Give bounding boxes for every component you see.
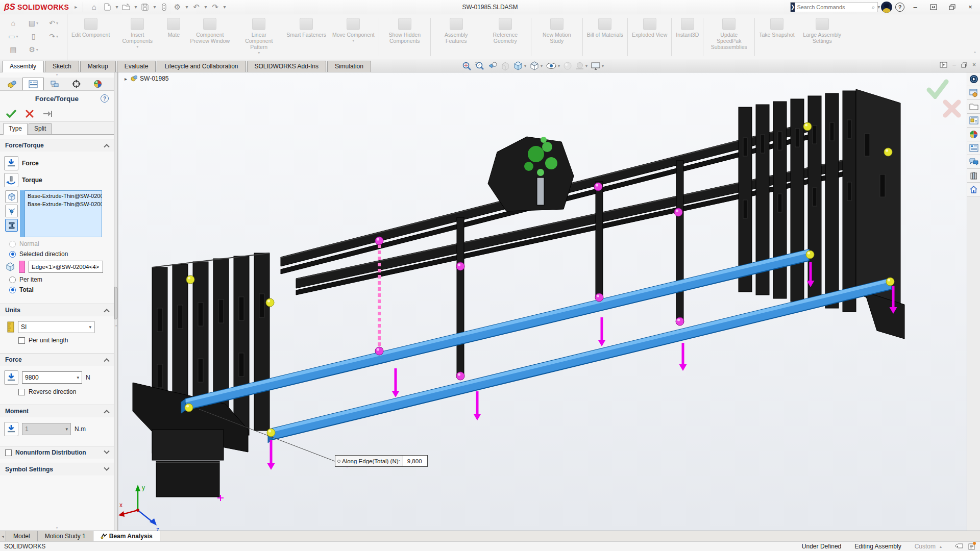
- unit-system-combo[interactable]: SI▾: [18, 321, 94, 333]
- panel-splitter[interactable]: ∘: [114, 72, 118, 531]
- section-force-torque-header[interactable]: Force/Torque: [0, 139, 114, 152]
- settings-dropdown[interactable]: ▾: [185, 4, 188, 10]
- doc-close-icon[interactable]: ×: [972, 61, 976, 68]
- tab-model[interactable]: Model: [6, 531, 38, 541]
- tab-solidworks-addins[interactable]: SOLIDWORKS Add-Ins: [247, 61, 326, 72]
- undo-icon[interactable]: ↶▾: [49, 19, 58, 27]
- paste-icon[interactable]: ▯: [32, 32, 36, 40]
- select-face-button[interactable]: [5, 190, 18, 203]
- select-vertex-button[interactable]: [5, 205, 18, 217]
- open-document-icon[interactable]: [121, 2, 131, 13]
- new-document-icon[interactable]: ▭▾: [8, 32, 18, 40]
- hide-show-items-icon[interactable]: ▾: [546, 62, 560, 70]
- view-settings-icon[interactable]: ▾: [591, 62, 604, 70]
- configurationmanager-tab[interactable]: [44, 78, 65, 90]
- undo-dropdown[interactable]: ▾: [205, 4, 207, 10]
- home-icon[interactable]: [967, 183, 980, 196]
- new-document-icon[interactable]: [102, 2, 112, 13]
- per-unit-length-option[interactable]: Per unit length: [18, 337, 110, 344]
- help-icon[interactable]: ?: [101, 94, 109, 103]
- nonuniform-checkbox[interactable]: [5, 449, 12, 456]
- tab-markup[interactable]: Markup: [80, 61, 116, 72]
- selection-list-item[interactable]: Base-Extrude-Thin@SW-02003: [25, 200, 102, 208]
- tab-motion-study-1[interactable]: Motion Study 1: [38, 531, 93, 541]
- selection-list-item[interactable]: Base-Extrude-Thin@SW-02003: [25, 192, 102, 200]
- view-palette-icon[interactable]: [967, 114, 980, 128]
- zoom-fit-icon[interactable]: [462, 61, 472, 71]
- doc-restore-icon[interactable]: [961, 62, 967, 68]
- section-symbol-settings-header[interactable]: Symbol Settings: [0, 463, 114, 475]
- tab-evaluate[interactable]: Evaluate: [117, 61, 156, 72]
- design-library-icon[interactable]: [967, 100, 980, 114]
- panel-bottom-grip[interactable]: ∘: [0, 525, 114, 531]
- home-icon[interactable]: ⌂: [11, 19, 15, 27]
- selected-direction-radio[interactable]: [9, 251, 16, 258]
- minimize-button[interactable]: –: [908, 1, 923, 13]
- save-dropdown[interactable]: ▾: [153, 4, 156, 10]
- force-value-combo[interactable]: 9800▾: [22, 371, 82, 384]
- open-document-icon[interactable]: ▤: [10, 45, 16, 54]
- select-beam-button[interactable]: [5, 219, 18, 232]
- restore-button[interactable]: [944, 1, 960, 13]
- ribbon-collapse-chevron[interactable]: ˆ: [974, 51, 976, 57]
- per-item-option[interactable]: Per item: [9, 276, 110, 283]
- section-force-header[interactable]: Force: [0, 353, 114, 366]
- solidworks-resources-icon[interactable]: [967, 86, 980, 100]
- confirm-cancel-watermark-icon[interactable]: [942, 99, 962, 118]
- save-icon[interactable]: [140, 2, 150, 13]
- home-icon[interactable]: ⌂: [89, 2, 99, 13]
- forum-icon[interactable]: [967, 155, 980, 169]
- total-radio[interactable]: [9, 287, 16, 293]
- tag-icon[interactable]: [955, 543, 963, 550]
- tab-type[interactable]: Type: [3, 123, 28, 135]
- per-item-radio[interactable]: [9, 277, 16, 283]
- settings-gear-icon[interactable]: ⚙: [172, 2, 182, 13]
- open-document-dropdown[interactable]: ▾: [134, 4, 137, 10]
- total-option[interactable]: Total: [9, 286, 110, 293]
- previous-view-icon[interactable]: [487, 61, 498, 70]
- help-icon[interactable]: ?: [895, 3, 904, 12]
- display-style-icon[interactable]: ▾: [529, 61, 543, 71]
- library-books-icon[interactable]: [967, 169, 980, 183]
- new-document-dropdown[interactable]: ▾: [115, 4, 118, 10]
- search-input[interactable]: [795, 4, 871, 10]
- save-icon[interactable]: ▤▾: [29, 19, 38, 27]
- tab-assembly[interactable]: Assembly: [2, 61, 44, 72]
- tab-lifecycle-collaboration[interactable]: Lifecycle and Collaboration: [157, 61, 246, 72]
- dock-window-button[interactable]: [926, 1, 941, 13]
- direction-reference-field[interactable]: Edge<1>@SW-02004<4>: [29, 261, 103, 273]
- appearances-scenes-icon[interactable]: [967, 128, 980, 141]
- featuremanager-tab[interactable]: [1, 78, 22, 90]
- force-type-button[interactable]: [4, 156, 18, 170]
- close-button[interactable]: ×: [963, 1, 978, 13]
- force-value-callout[interactable]: Along Edge(Total) (N): 9,800: [335, 455, 428, 467]
- breadcrumb-arrow-icon[interactable]: ▸: [125, 76, 127, 82]
- cancel-button[interactable]: [26, 110, 34, 118]
- notifications-icon[interactable]: [968, 543, 975, 550]
- doc-minimize-icon[interactable]: –: [952, 61, 956, 68]
- settings-gear-icon[interactable]: ⚙▾: [29, 45, 38, 54]
- custom-properties-icon[interactable]: [967, 141, 980, 155]
- redo-icon[interactable]: ↷▾: [49, 32, 58, 40]
- beam-selection-list[interactable]: Base-Extrude-Thin@SW-02003 Base-Extrude-…: [24, 190, 102, 237]
- callout-value-field[interactable]: 9,800: [403, 455, 428, 467]
- ok-button[interactable]: [6, 110, 16, 118]
- collapse-pane-icon[interactable]: [940, 62, 947, 68]
- panel-top-grip[interactable]: ∘: [0, 72, 114, 78]
- 3dexperience-icon[interactable]: [967, 72, 980, 86]
- tab-scroll-button[interactable]: ◂: [0, 531, 6, 541]
- pin-button[interactable]: [43, 110, 53, 117]
- reverse-direction-option[interactable]: Reverse direction: [18, 388, 110, 395]
- dimxpertmanager-tab[interactable]: [65, 78, 87, 90]
- search-commands-box[interactable]: ❯ ⌕ ▾: [790, 2, 878, 12]
- tab-sketch[interactable]: Sketch: [45, 61, 79, 72]
- paste-icon[interactable]: [159, 2, 169, 13]
- logo-expand-arrow[interactable]: ▸: [75, 4, 77, 10]
- tab-beam-analysis[interactable]: Beam Analysis: [93, 531, 160, 541]
- per-unit-length-checkbox[interactable]: [18, 337, 25, 344]
- splitter-handle[interactable]: [114, 287, 117, 319]
- tab-split[interactable]: Split: [29, 123, 52, 134]
- section-moment-header[interactable]: Moment: [0, 405, 114, 417]
- user-avatar[interactable]: [881, 2, 892, 13]
- selected-direction-option[interactable]: Selected direction: [9, 251, 110, 258]
